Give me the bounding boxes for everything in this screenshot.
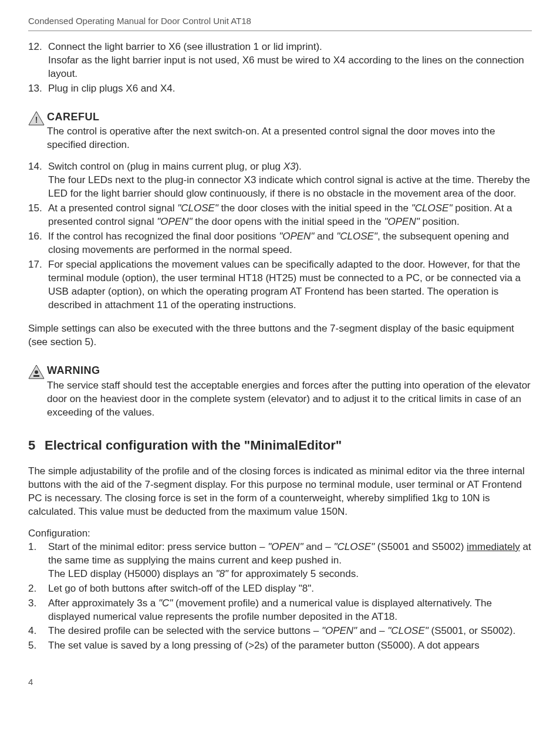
list-item: 12. Connect the light barrier to X6 (see… — [28, 41, 532, 81]
list-item: 3. After approximately 3s a "C" (movemen… — [28, 597, 532, 624]
item-text: Start of the minimal editor: press servi… — [48, 541, 532, 581]
caution-icon: ! — [28, 110, 47, 126]
page-header: Condensed Operating Manual for Door Cont… — [28, 15, 532, 31]
list-item: 5. The set value is saved by a long pres… — [28, 639, 532, 653]
item-number: 16. — [28, 230, 48, 257]
careful-title: CAREFUL — [47, 110, 532, 124]
configuration-label: Configuration: — [28, 527, 532, 541]
page-number: 4 — [28, 676, 532, 688]
item-number: 2. — [28, 582, 48, 596]
simple-settings-paragraph: Simple settings can also be executed wit… — [28, 322, 532, 349]
item-number: 17. — [28, 258, 48, 312]
section-title: Electrical configuration with the "Minim… — [45, 437, 342, 454]
list-item: 2. Let go of both buttons after switch-o… — [28, 582, 532, 596]
item-number: 3. — [28, 597, 48, 624]
warning-body: The service staff should test the accept… — [47, 379, 532, 420]
careful-callout: ! CAREFUL The control is operative after… — [28, 110, 532, 152]
item-text: Connect the light barrier to X6 (see ill… — [48, 41, 532, 81]
svg-text:!: ! — [35, 115, 38, 124]
svg-rect-4 — [33, 375, 39, 377]
item-number: 5. — [28, 639, 48, 653]
careful-body: The control is operative after the next … — [47, 125, 532, 152]
item-number: 4. — [28, 625, 48, 638]
warning-icon — [28, 363, 47, 380]
svg-point-3 — [35, 370, 38, 374]
item-number: 15. — [28, 202, 48, 229]
list-item: 15. At a presented control signal "CLOSE… — [28, 202, 532, 229]
item-number: 12. — [28, 41, 48, 81]
item-text: The set value is saved by a long pressin… — [48, 639, 532, 653]
item-number: 14. — [28, 160, 48, 201]
warning-title: WARNING — [47, 363, 532, 377]
list-item: 14. Switch control on (plug in mains cur… — [28, 160, 532, 201]
list-1: 12. Connect the light barrier to X6 (see… — [28, 41, 532, 96]
item-text: At a presented control signal "CLOSE" th… — [48, 202, 532, 229]
list-item: 13. Plug in clip plugs X6 and X4. — [28, 82, 532, 96]
list-item: 4. The desired profile can be selected w… — [28, 625, 532, 638]
section-number: 5 — [28, 437, 45, 454]
list-item: 1. Start of the minimal editor: press se… — [28, 541, 532, 581]
list-item: 17. For special applications the movemen… — [28, 258, 532, 312]
item-number: 1. — [28, 541, 48, 581]
warning-callout: WARNING The service staff should test th… — [28, 363, 532, 419]
intro-paragraph: The simple adjustability of the profile … — [28, 465, 532, 519]
item-number: 13. — [28, 82, 48, 96]
item-text: After approximately 3s a "C" (movement p… — [48, 597, 532, 624]
list-item: 16. If the control has recognized the fi… — [28, 230, 532, 257]
item-text: Switch control on (plug in mains current… — [48, 160, 532, 201]
item-text: Let go of both buttons after switch-off … — [48, 582, 532, 596]
list-3: 1. Start of the minimal editor: press se… — [28, 541, 532, 653]
list-2: 14. Switch control on (plug in mains cur… — [28, 160, 532, 312]
item-text: If the control has recognized the final … — [48, 230, 532, 257]
section-heading: 5 Electrical configuration with the "Min… — [28, 437, 532, 454]
item-text: Plug in clip plugs X6 and X4. — [48, 82, 532, 96]
item-text: The desired profile can be selected with… — [48, 625, 532, 638]
item-text: For special applications the movement va… — [48, 258, 532, 312]
